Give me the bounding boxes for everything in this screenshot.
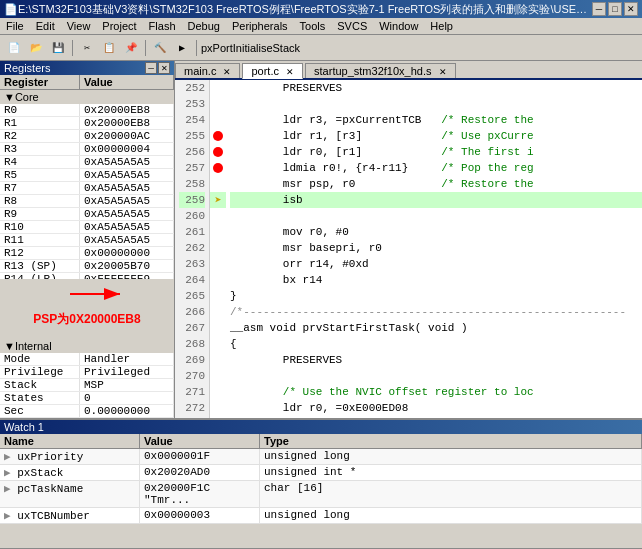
tab-main-c[interactable]: main.c ✕ — [175, 63, 240, 78]
reg-value-r4: 0xA5A5A5A5 — [80, 156, 174, 168]
menu-item-tools[interactable]: Tools — [298, 20, 328, 32]
code-line-252: PRESERVES — [230, 80, 642, 96]
ln-270: 270 — [179, 368, 205, 384]
bp-263 — [210, 256, 226, 272]
reg-row-r11: R11 0xA5A5A5A5 — [0, 234, 174, 247]
reg-section-internal[interactable]: ▼ Internal — [0, 339, 174, 353]
code-line-273: ldr r0, [r0] — [230, 416, 642, 418]
code-line-259: isb — [230, 192, 642, 208]
maximize-button[interactable]: □ — [608, 2, 622, 16]
ln-269: 269 — [179, 352, 205, 368]
menu-bar: FileEditViewProjectFlashDebugPeripherals… — [0, 18, 642, 35]
menu-item-peripherals[interactable]: Peripherals — [230, 20, 290, 32]
title-bar-title: E:\STM32F103基础V3资料\STM32F103 FreeRTOS例程\… — [18, 2, 592, 17]
reg-row-sec: Sec 0.00000000 — [0, 405, 174, 418]
watch-cell-name-3: ▶ uxTCBNumber — [0, 508, 140, 523]
editor-tabs-bar: main.c ✕ port.c ✕ startup_stm32f10x_hd.s… — [175, 61, 642, 80]
code-text-254a: ldr r3, =pxCurrentTCB — [230, 114, 441, 126]
toolbar-new[interactable]: 📄 — [4, 38, 24, 58]
bp-266 — [210, 304, 226, 320]
bp-267 — [210, 320, 226, 336]
menu-item-view[interactable]: View — [65, 20, 93, 32]
menu-item-file[interactable]: File — [4, 20, 26, 32]
code-text-255a: ldr r1, [r3] — [230, 130, 441, 142]
title-bar-icon: 📄 — [4, 3, 18, 16]
tab-port-c[interactable]: port.c ✕ — [242, 63, 303, 79]
code-text-263: orr r14, #0xd — [230, 258, 369, 270]
bp-259: ➤ — [210, 192, 226, 208]
menu-item-help[interactable]: Help — [428, 20, 455, 32]
tab-startup[interactable]: startup_stm32f10x_hd.s ✕ — [305, 63, 455, 78]
reg-value-r12: 0x00000000 — [80, 247, 174, 259]
ln-261: 261 — [179, 224, 205, 240]
ln-252: 252 — [179, 80, 205, 96]
ln-260: 260 — [179, 208, 205, 224]
registers-minimize-btn[interactable]: ─ — [145, 62, 157, 74]
menu-item-edit[interactable]: Edit — [34, 20, 57, 32]
code-comment-256: /* The first i — [441, 146, 533, 158]
code-text-259: isb — [230, 194, 303, 206]
line-numbers: 252 253 254 255 256 257 258 259 260 261 … — [175, 80, 210, 418]
bp-265 — [210, 288, 226, 304]
toolbar-save[interactable]: 💾 — [48, 38, 68, 58]
code-text-267: __asm void prvStartFirstTask( void ) — [230, 322, 468, 334]
bp-254 — [210, 112, 226, 128]
code-text-271: /* Use the NVIC offset register to loc — [230, 386, 534, 398]
code-comment-255: /* Use pxCurre — [441, 130, 533, 142]
watch-cell-type-0: unsigned long — [260, 449, 642, 464]
minimize-button[interactable]: ─ — [592, 2, 606, 16]
code-line-266: /*--------------------------------------… — [230, 304, 642, 320]
code-comment-258: /* Restore the — [441, 178, 533, 190]
toolbar-cut[interactable]: ✂ — [77, 38, 97, 58]
reg-name-r0: R0 — [0, 104, 80, 116]
ln-267: 267 — [179, 320, 205, 336]
watch-cell-value-1: 0x20020AD0 — [140, 465, 260, 480]
code-text-257a: ldmia r0!, {r4-r11} — [230, 162, 441, 174]
registers-close-btn[interactable]: ✕ — [158, 62, 170, 74]
menu-item-window[interactable]: Window — [377, 20, 420, 32]
reg-value-stack: MSP — [80, 379, 174, 391]
menu-item-svcs[interactable]: SVCS — [335, 20, 369, 32]
watch-table-header: Name Value Type — [0, 434, 642, 449]
reg-section-core[interactable]: ▼ Core — [0, 90, 174, 104]
core-section-toggle: ▼ — [4, 91, 15, 103]
toolbar-paste[interactable]: 📌 — [121, 38, 141, 58]
reg-value-r0: 0x20000EB8 — [80, 104, 174, 116]
reg-row-r3: R3 0x00000004 — [0, 143, 174, 156]
tab-startup-close[interactable]: ✕ — [439, 67, 447, 77]
code-line-269: PRESERVES — [230, 352, 642, 368]
ln-258: 258 — [179, 176, 205, 192]
toolbar-build[interactable]: 🔨 — [150, 38, 170, 58]
code-dashes-266: /*--------------------------------------… — [230, 306, 626, 318]
close-button[interactable]: ✕ — [624, 2, 638, 16]
ln-257: 257 — [179, 160, 205, 176]
reg-row-mode: Mode Handler — [0, 353, 174, 366]
tab-port-c-close[interactable]: ✕ — [286, 67, 294, 77]
registers-header: Register Value — [0, 75, 174, 90]
code-area[interactable]: 252 253 254 255 256 257 258 259 260 261 … — [175, 80, 642, 418]
menu-item-debug[interactable]: Debug — [186, 20, 222, 32]
reg-value-r10: 0xA5A5A5A5 — [80, 221, 174, 233]
menu-item-project[interactable]: Project — [100, 20, 138, 32]
menu-item-flash[interactable]: Flash — [147, 20, 178, 32]
reg-value-mode: Handler — [80, 353, 174, 365]
code-line-264: bx r14 — [230, 272, 642, 288]
watch-cell-name-1: ▶ pxStack — [0, 465, 140, 480]
toolbar-open[interactable]: 📂 — [26, 38, 46, 58]
tab-main-c-close[interactable]: ✕ — [223, 67, 231, 77]
registers-table[interactable]: ▼ Core R0 0x20000EB8 R1 0x20000EB8 R2 0x… — [0, 90, 174, 279]
watch-name-3: uxTCBNumber — [17, 510, 90, 522]
code-line-267: __asm void prvStartFirstTask( void ) — [230, 320, 642, 336]
reg-name-r2: R2 — [0, 130, 80, 142]
code-line-265: } — [230, 288, 642, 304]
reg-name-r3: R3 — [0, 143, 80, 155]
reg-row-r8: R8 0xA5A5A5A5 — [0, 195, 174, 208]
code-content: PRESERVES ldr r3, =pxCurrentTCB /* Resto… — [226, 80, 642, 418]
toolbar-debug[interactable]: ▶ — [172, 38, 192, 58]
code-text-269: PRESERVES — [230, 354, 342, 366]
code-line-271: /* Use the NVIC offset register to loc — [230, 384, 642, 400]
toolbar-copy[interactable]: 📋 — [99, 38, 119, 58]
watch-panel: Watch 1 Name Value Type ▶ uxPriority 0x0… — [0, 418, 642, 548]
ln-271: 271 — [179, 384, 205, 400]
reg-row-r1: R1 0x20000EB8 — [0, 117, 174, 130]
